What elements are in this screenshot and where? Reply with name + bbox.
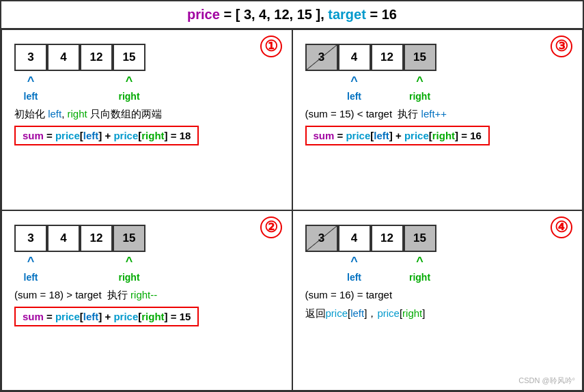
quadrant-grid: ① 3 4 12 15 ^ ^ left right 初始化 left, rig… — [1, 29, 583, 391]
desc-1: 初始化 left, right 只向数组的两端 — [14, 108, 162, 121]
desc-4a: (sum = 16) = target — [305, 289, 393, 300]
lbl-right-2: right — [113, 270, 145, 285]
arr-box-3-0: 3 — [305, 44, 338, 71]
arr-box-1-1: 4 — [47, 44, 80, 71]
arr-box-4-0: 3 — [305, 225, 338, 252]
ptr-1-2 — [80, 74, 113, 89]
lbl-4-2 — [371, 270, 404, 285]
main-container: price = [ 3, 4, 12, 15 ], target = 16 ① … — [0, 0, 584, 392]
ptr-3-3: ^ — [404, 74, 436, 89]
arr-box-4-3: 15 — [404, 225, 436, 252]
ptr-4-2 — [371, 255, 404, 270]
price-eq: = [ 3, 4, 12, 15 ], — [220, 7, 324, 22]
desc-4b: 返回price[left]，price[right] — [305, 307, 426, 320]
ptr-3-0 — [305, 74, 338, 89]
sum-box-1: sum = price[left] + price[right] = 18 — [14, 126, 199, 145]
ptr-2-2 — [80, 255, 113, 270]
target-label: target — [324, 7, 366, 22]
ptr-1-0: ^ — [14, 74, 47, 89]
arr-box-4-2: 12 — [371, 225, 404, 252]
array-4: 3 4 12 15 — [305, 225, 436, 252]
cell-3: ③ 3 4 12 15 ^ ^ left right (sum = 15) < … — [292, 29, 583, 210]
arr-box-1-3: 15 — [113, 44, 145, 71]
cell-2: ② 3 4 12 15 ^ ^ left right (sum = 18) > … — [1, 210, 292, 391]
sum-box-2: sum = price[left] + price[right] = 15 — [14, 307, 199, 326]
ptr-1-3: ^ — [113, 74, 145, 89]
cell-num-1: ① — [260, 36, 282, 57]
lbl-2-1 — [47, 270, 80, 285]
arr-box-2-1: 4 — [47, 225, 80, 252]
array-3: 3 4 12 15 — [305, 44, 436, 71]
ptr-3-1: ^ — [338, 74, 371, 89]
lbl-3-2 — [371, 89, 404, 104]
array-2: 3 4 12 15 — [14, 225, 145, 252]
ptr-1-1 — [47, 74, 80, 89]
cell-num-3: ③ — [551, 36, 572, 57]
ptr-2-3: ^ — [113, 255, 145, 270]
target-eq: = 16 — [366, 7, 397, 22]
ptr-4-0 — [305, 255, 338, 270]
ptr-3-2 — [371, 74, 404, 89]
lbl-row-1: left right — [14, 89, 145, 104]
arr-box-1-0: 3 — [14, 44, 47, 71]
ptr-row-1: ^ ^ — [14, 74, 145, 89]
cell-num-2: ② — [260, 216, 282, 238]
array-1: 3 4 12 15 — [14, 44, 145, 71]
arr-box-2-3: 15 — [113, 225, 145, 252]
arr-box-3-2: 12 — [371, 44, 404, 71]
desc-3: (sum = 15) < target 执行 left++ — [305, 108, 447, 121]
arr-box-2-0: 3 — [14, 225, 47, 252]
lbl-1-1 — [47, 89, 80, 104]
ptr-row-4: ^ ^ — [305, 255, 436, 270]
arr-box-3-1: 4 — [338, 44, 371, 71]
lbl-right-3: right — [404, 89, 436, 104]
ptr-4-1: ^ — [338, 255, 371, 270]
cell-4: ④ 3 4 12 15 ^ ^ left right (sum = 16) = … — [292, 210, 583, 391]
lbl-row-4: left right — [305, 270, 436, 285]
lbl-left-4: left — [338, 270, 371, 285]
ptr-row-2: ^ ^ — [14, 255, 145, 270]
lbl-right-1: right — [113, 89, 145, 104]
desc-2: (sum = 18) > target 执行 right-- — [14, 289, 157, 302]
arr-box-4-1: 4 — [338, 225, 371, 252]
price-label: price — [187, 7, 220, 22]
lbl-right-4: right — [404, 270, 436, 285]
sum-box-3: sum = price[left] + price[right] = 16 — [305, 126, 490, 145]
lbl-left-2: left — [14, 270, 47, 285]
watermark: CSDN @聆风吟° — [518, 376, 575, 386]
ptr-2-0: ^ — [14, 255, 47, 270]
lbl-3-0 — [305, 89, 338, 104]
lbl-row-2: left right — [14, 270, 145, 285]
header: price = [ 3, 4, 12, 15 ], target = 16 — [1, 1, 583, 29]
cell-num-4: ④ — [551, 216, 572, 238]
ptr-4-3: ^ — [404, 255, 436, 270]
lbl-left-1: left — [14, 89, 47, 104]
arr-box-3-3: 15 — [404, 44, 436, 71]
cell-1: ① 3 4 12 15 ^ ^ left right 初始化 left, rig… — [1, 29, 292, 210]
ptr-row-3: ^ ^ — [305, 74, 436, 89]
ptr-2-1 — [47, 255, 80, 270]
lbl-row-3: left right — [305, 89, 436, 104]
arr-box-2-2: 12 — [80, 225, 113, 252]
arr-box-1-2: 12 — [80, 44, 113, 71]
lbl-2-2 — [80, 270, 113, 285]
lbl-1-2 — [80, 89, 113, 104]
lbl-4-0 — [305, 270, 338, 285]
lbl-left-3: left — [338, 89, 371, 104]
